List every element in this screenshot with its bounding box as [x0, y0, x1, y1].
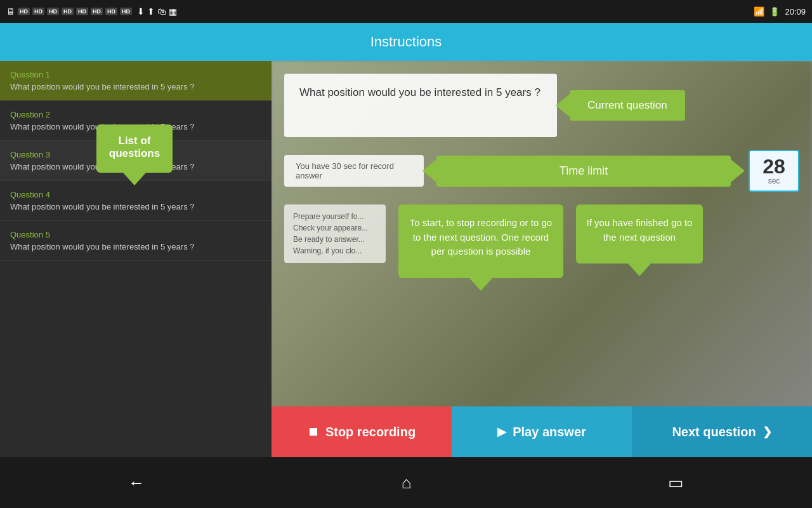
- header: Instructions: [0, 23, 812, 61]
- question-row: What position would you be interested in…: [284, 74, 799, 137]
- header-title: Instructions: [370, 34, 442, 50]
- question-text-1: What position would you be interested in…: [10, 82, 261, 91]
- status-icons-left: 🖥 HD HD HD HD HD HD HD HD ⬇ ⬆ 🛍 ▦: [6, 6, 177, 17]
- timer-box: 28 sec: [749, 150, 799, 192]
- hd-badge-3: HD: [47, 8, 59, 15]
- question-text-4: What position would you be interested in…: [10, 202, 261, 211]
- main: Question 1 What position would you be in…: [0, 61, 812, 457]
- home-button[interactable]: ⌂: [402, 473, 412, 493]
- wifi-icon: 📶: [754, 6, 764, 17]
- current-question-button[interactable]: Current question: [570, 90, 685, 121]
- tooltip-next-question: If you have finished go to the next ques…: [576, 204, 703, 264]
- content-inner: What position would you be interested in…: [272, 61, 812, 457]
- next-icon: ❯: [763, 425, 772, 439]
- list-of-questions-tooltip: List of questions: [96, 124, 173, 173]
- stop-recording-button[interactable]: ⏹ Stop recording: [272, 406, 452, 457]
- upload-icon: ⬆: [147, 6, 155, 17]
- play-answer-button[interactable]: ▶ Play answer: [452, 406, 632, 457]
- question-box: What position would you be interested in…: [284, 74, 557, 137]
- question-label-1: Question 1: [10, 70, 261, 79]
- time-limit-button[interactable]: Time limit: [436, 156, 731, 187]
- bottom-buttons: ⏹ Stop recording ▶ Play answer Next ques…: [272, 406, 812, 457]
- sidebar-item-4[interactable]: Question 4 What position would you be in…: [0, 181, 272, 221]
- sidebar-item-5[interactable]: Question 5 What position would you be in…: [0, 221, 272, 261]
- nav-bar: ← ⌂ ▭: [0, 457, 812, 508]
- question-label-4: Question 4: [10, 190, 261, 199]
- clock: 20:09: [785, 7, 806, 17]
- hd-badge-1: HD: [18, 8, 30, 15]
- hd-badge-5: HD: [76, 8, 88, 15]
- screen-icon: 🖥: [6, 6, 15, 17]
- hd-badge-8: HD: [120, 8, 132, 15]
- back-button[interactable]: ←: [128, 473, 145, 493]
- recent-button[interactable]: ▭: [668, 473, 684, 493]
- timer-label: sec: [752, 177, 796, 185]
- stop-icon: ⏹: [308, 425, 319, 439]
- question-text-5: What position would you be interested in…: [10, 242, 261, 251]
- bag-icon: 🛍: [157, 6, 166, 17]
- prepare-text: Prepare yourself fo... Check your appear…: [284, 204, 386, 263]
- sidebar: Question 1 What position would you be in…: [0, 61, 272, 457]
- question-label-2: Question 2: [10, 110, 261, 119]
- play-icon: ▶: [497, 425, 506, 439]
- hd-badge-6: HD: [91, 8, 103, 15]
- barcode-icon: ▦: [169, 6, 177, 17]
- question-label-5: Question 5: [10, 230, 261, 239]
- status-bar: 🖥 HD HD HD HD HD HD HD HD ⬇ ⬆ 🛍 ▦ 📶 🔋 20…: [0, 0, 812, 23]
- download-icon: ⬇: [137, 6, 145, 17]
- time-hint-box: You have 30 sec for record answer: [284, 155, 424, 187]
- hd-badge-7: HD: [105, 8, 117, 15]
- next-question-button[interactable]: Next question ❯: [632, 406, 812, 457]
- hd-badge-2: HD: [32, 8, 44, 15]
- question-box-text: What position would you be interested in…: [299, 86, 540, 98]
- status-icons-right: 📶 🔋 20:09: [754, 6, 806, 17]
- hd-badge-4: HD: [62, 8, 74, 15]
- timer-number: 28: [752, 156, 796, 177]
- time-limit-row: You have 30 sec for record answer Time l…: [284, 150, 799, 192]
- content-area: What position would you be interested in…: [272, 61, 812, 457]
- tooltip-row: Prepare yourself fo... Check your appear…: [284, 204, 799, 278]
- sidebar-item-1[interactable]: Question 1 What position would you be in…: [0, 61, 272, 101]
- battery-icon: 🔋: [769, 7, 780, 17]
- tooltip-recording: To start, to stop recording or to go to …: [398, 204, 563, 278]
